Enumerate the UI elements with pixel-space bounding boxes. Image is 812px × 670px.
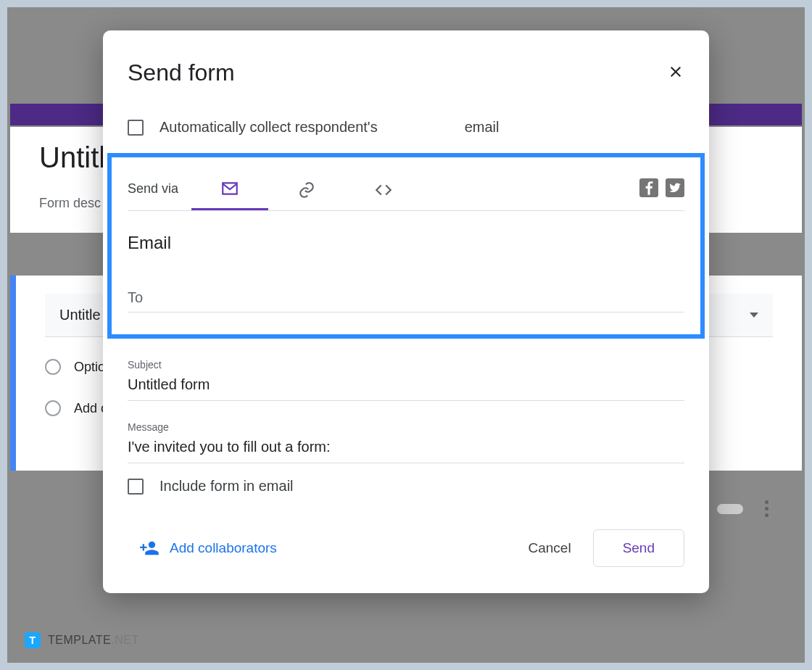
send-via-highlight: Send via Email To	[107, 153, 705, 339]
subject-label: Subject	[128, 359, 684, 371]
dialog-footer: Add collaborators Cancel Send	[128, 529, 684, 567]
email-section-heading: Email	[128, 233, 684, 253]
collect-email-text-b: email	[465, 119, 500, 136]
footer-buttons: Cancel Send	[528, 529, 684, 567]
dialog-title: Send form	[128, 59, 235, 86]
question-title-text: Untitle	[59, 307, 101, 323]
option-text: Optio	[74, 360, 105, 375]
chevron-down-icon[interactable]	[750, 313, 758, 318]
radio-icon[interactable]	[45, 359, 61, 375]
subject-field-block: Subject Untitled form	[128, 359, 684, 401]
twitter-icon[interactable]	[666, 178, 684, 197]
include-form-label: Include form in email	[160, 478, 294, 495]
send-via-tabs: Send via	[128, 172, 684, 211]
message-input[interactable]: I've invited you to fill out a form:	[128, 439, 684, 463]
social-share	[639, 178, 684, 204]
to-field[interactable]: To	[128, 289, 684, 313]
radio-icon[interactable]	[45, 400, 61, 416]
collect-email-label: Automatically collect respondent's email	[160, 119, 499, 136]
send-button[interactable]: Send	[593, 529, 684, 567]
dialog-header: Send form	[128, 59, 684, 86]
checkbox-icon[interactable]	[128, 120, 144, 136]
collect-email-row[interactable]: Automatically collect respondent's email	[128, 119, 684, 136]
send-form-dialog: Send form Automatically collect responde…	[103, 30, 709, 593]
tab-email[interactable]	[191, 172, 268, 210]
collect-email-text-a: Automatically collect respondent's	[160, 119, 378, 136]
include-form-row[interactable]: Include form in email	[128, 478, 684, 495]
message-label: Message	[128, 421, 684, 433]
person-add-icon	[139, 538, 160, 558]
subject-input[interactable]: Untitled form	[128, 376, 684, 401]
tabs-left: Send via	[128, 172, 422, 210]
to-placeholder: To	[128, 289, 143, 305]
watermark-badge: T	[25, 632, 41, 648]
toggle-switch[interactable]	[717, 504, 743, 514]
question-toolbar	[717, 500, 768, 517]
watermark-text: TEMPLATE.NET	[48, 634, 139, 647]
message-field-block: Message I've invited you to fill out a f…	[128, 421, 684, 463]
watermark: T TEMPLATE.NET	[25, 632, 139, 648]
mail-icon	[220, 179, 239, 198]
checkbox-icon[interactable]	[128, 479, 144, 495]
add-collaborators-label: Add collaborators	[170, 540, 277, 556]
tab-link[interactable]	[268, 173, 345, 210]
link-icon	[297, 181, 316, 199]
send-via-label: Send via	[128, 173, 191, 210]
code-icon	[374, 181, 393, 199]
cancel-button[interactable]: Cancel	[528, 540, 571, 556]
close-icon[interactable]	[667, 63, 684, 83]
facebook-icon[interactable]	[639, 178, 658, 197]
more-menu-icon[interactable]	[765, 500, 768, 517]
tab-embed[interactable]	[345, 173, 422, 210]
add-collaborators-button[interactable]: Add collaborators	[128, 538, 277, 558]
